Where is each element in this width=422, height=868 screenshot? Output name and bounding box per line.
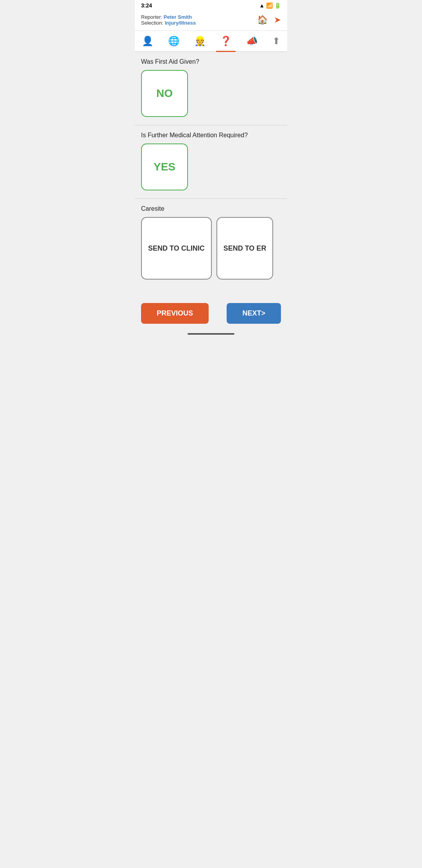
status-icons: ▲ 📶 🔋 xyxy=(259,2,281,9)
upload-icon: ⬆ xyxy=(272,36,280,47)
selection-label: Selection: xyxy=(141,20,163,26)
medical-attention-question: Is Further Medical Attention Required? xyxy=(141,132,281,139)
reporter-name: Peter Smith xyxy=(164,14,192,20)
first-aid-question: Was First Aid Given? xyxy=(141,58,281,65)
tab-worker[interactable]: 👷 xyxy=(190,33,210,49)
medical-attention-yes-button[interactable]: YES xyxy=(141,143,188,190)
divider-2 xyxy=(135,198,287,199)
signal-icon: ▲ xyxy=(259,2,265,9)
tab-globe[interactable]: 🌐 xyxy=(164,33,184,49)
header: Reporter: Peter Smith Selection: Injury/… xyxy=(135,11,287,31)
tab-question[interactable]: ❓ xyxy=(216,33,236,49)
header-icons: 🏠 ➤ xyxy=(257,15,281,25)
megaphone-icon: 📣 xyxy=(246,36,258,47)
question-icon: ❓ xyxy=(220,36,232,47)
home-icon[interactable]: 🏠 xyxy=(257,15,268,25)
first-aid-no-button[interactable]: NO xyxy=(141,70,188,117)
nav-tabs: 👤 🌐 👷 ❓ 📣 ⬆ xyxy=(135,31,287,52)
tab-megaphone[interactable]: 📣 xyxy=(242,33,262,49)
send-to-er-button[interactable]: SEND TO ER xyxy=(216,217,274,280)
worker-icon: 👷 xyxy=(194,36,206,47)
send-to-clinic-button[interactable]: SEND TO CLINIC xyxy=(141,217,212,280)
submit-icon[interactable]: ➤ xyxy=(274,15,281,25)
header-info: Reporter: Peter Smith Selection: Injury/… xyxy=(141,14,257,26)
tab-person[interactable]: 👤 xyxy=(138,33,157,49)
bottom-nav: PREVIOUS NEXT> xyxy=(135,297,287,330)
wifi-icon: 📶 xyxy=(266,2,273,9)
status-time: 3:24 xyxy=(141,2,152,9)
previous-button[interactable]: PREVIOUS xyxy=(141,303,209,324)
battery-icon: 🔋 xyxy=(274,2,281,9)
medical-attention-options: YES xyxy=(141,143,281,190)
divider-1 xyxy=(135,125,287,126)
reporter-line: Reporter: Peter Smith xyxy=(141,14,257,20)
status-bar: 3:24 ▲ 📶 🔋 xyxy=(135,0,287,11)
globe-icon: 🌐 xyxy=(168,36,180,47)
content: Was First Aid Given? NO Is Further Medic… xyxy=(135,52,287,294)
reporter-label: Reporter: xyxy=(141,14,162,20)
next-button[interactable]: NEXT> xyxy=(227,303,281,324)
selection-value: Injury/Illness xyxy=(165,20,196,26)
caresite-label: Caresite xyxy=(141,205,281,212)
home-indicator-bar xyxy=(188,333,234,335)
home-indicator xyxy=(135,330,287,338)
caresite-options: SEND TO CLINIC SEND TO ER xyxy=(141,217,281,280)
tab-upload[interactable]: ⬆ xyxy=(268,33,284,49)
selection-line: Selection: Injury/Illness xyxy=(141,20,257,26)
first-aid-options: NO xyxy=(141,70,281,117)
person-icon: 👤 xyxy=(142,36,154,47)
